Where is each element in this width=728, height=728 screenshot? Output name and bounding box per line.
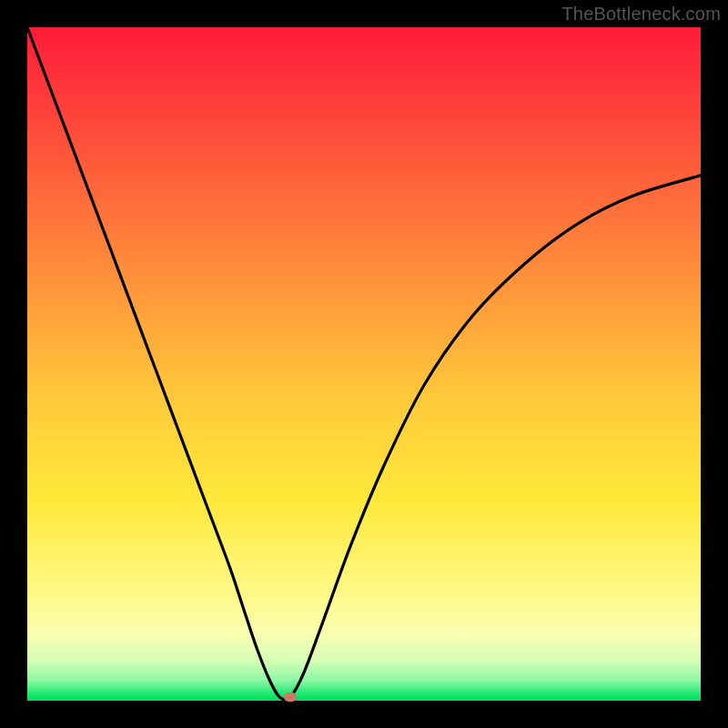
plot-area	[27, 27, 701, 701]
chart-frame: TheBottleneck.com	[0, 0, 728, 728]
bottleneck-curve	[27, 27, 701, 701]
optimum-marker	[284, 693, 297, 702]
watermark-text: TheBottleneck.com	[561, 4, 721, 25]
